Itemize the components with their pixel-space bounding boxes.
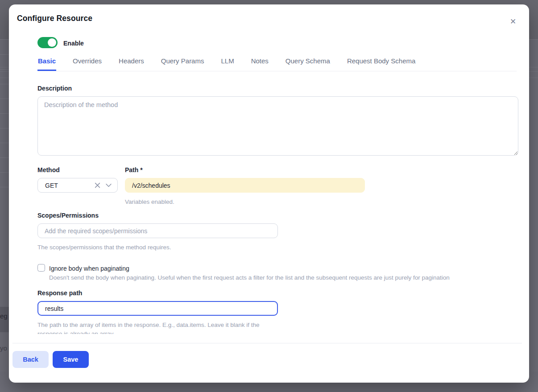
- dialog-title: Configure Resource: [17, 14, 92, 23]
- path-input[interactable]: [125, 178, 365, 193]
- scopes-helper-text: The scopes/permissions that the method r…: [37, 243, 171, 252]
- scopes-input[interactable]: [37, 223, 278, 238]
- ignore-body-helper-text: Doesn't send the body when paginating. U…: [49, 273, 450, 282]
- tab-request-body-schema[interactable]: Request Body Schema: [347, 57, 416, 71]
- tab-query-params[interactable]: Query Params: [161, 57, 205, 71]
- enable-toggle-label: Enable: [63, 40, 84, 47]
- clear-selection-icon[interactable]: [95, 182, 100, 188]
- response-path-input[interactable]: [37, 301, 278, 316]
- enable-toggle[interactable]: [37, 37, 58, 48]
- tab-notes[interactable]: Notes: [251, 57, 269, 71]
- description-label: Description: [37, 85, 72, 92]
- method-label: Method: [37, 166, 60, 173]
- response-path-label: Response path: [37, 289, 82, 297]
- configure-resource-dialog: Configure Resource ✕ Enable Basic Overri…: [9, 4, 529, 383]
- chevron-down-icon[interactable]: [106, 183, 112, 187]
- footer-divider: [12, 343, 522, 343]
- tab-basic[interactable]: Basic: [37, 57, 56, 71]
- path-helper-text: Variables enabled.: [125, 198, 174, 206]
- response-path-helper-text: The path to the array of items in the re…: [37, 321, 276, 334]
- toggle-knob: [48, 38, 56, 47]
- background-text-fragment: yo: [0, 344, 7, 352]
- tab-llm[interactable]: LLM: [220, 57, 234, 71]
- method-select[interactable]: GET: [37, 178, 118, 193]
- save-button[interactable]: Save: [53, 351, 89, 368]
- tab-query-schema[interactable]: Query Schema: [285, 57, 331, 71]
- dialog-tab-bar: Basic Overrides Headers Query Params LLM…: [37, 57, 517, 71]
- back-button[interactable]: Back: [12, 351, 49, 368]
- description-textarea[interactable]: [37, 96, 518, 156]
- path-label: Path *: [125, 166, 143, 173]
- scopes-label: Scopes/Permissions: [37, 212, 99, 219]
- background-text-fragment: eg: [0, 312, 8, 320]
- close-icon[interactable]: ✕: [508, 17, 518, 27]
- ignore-body-checkbox[interactable]: [37, 264, 45, 272]
- tab-headers[interactable]: Headers: [118, 57, 145, 71]
- method-selected-value: GET: [45, 182, 95, 189]
- ignore-body-label[interactable]: Ignore body when paginating: [49, 265, 129, 272]
- tab-overrides[interactable]: Overrides: [72, 57, 102, 71]
